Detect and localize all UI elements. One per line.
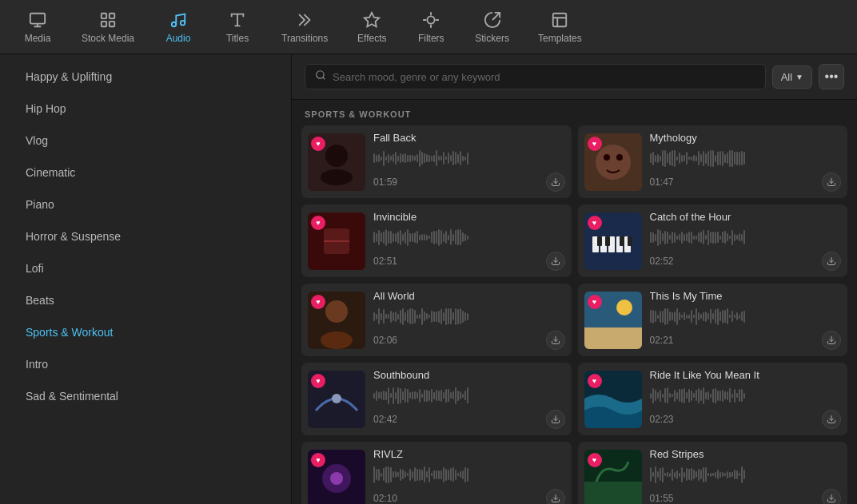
search-input[interactable] — [333, 71, 755, 83]
track-card-invincible[interactable]: ♥ Invincible 02:51 — [301, 204, 572, 277]
track-card-fall-back[interactable]: ♥ Fall Back 01:59 — [301, 125, 572, 198]
download-button[interactable] — [546, 173, 565, 192]
main-layout: Happy & Uplifting Hip Hop Vlog Cinematic… — [0, 54, 857, 504]
heart-badge: ♥ — [311, 453, 325, 467]
download-button[interactable] — [546, 489, 565, 504]
download-button[interactable] — [822, 489, 841, 504]
nav-media[interactable]: Media — [10, 4, 66, 50]
search-filter-dropdown[interactable]: All ▼ — [772, 65, 812, 89]
sidebar-item-piano[interactable]: Piano — [6, 189, 285, 220]
track-card-red-stripes[interactable]: ♥ Red Stripes 01:55 — [578, 442, 848, 504]
track-duration: 02:10 — [373, 493, 397, 504]
sidebar: Happy & Uplifting Hip Hop Vlog Cinematic… — [0, 54, 292, 504]
waveform — [650, 149, 842, 168]
stickers-icon — [483, 10, 502, 30]
track-info: Southbound 02:42 — [373, 369, 565, 429]
heart-badge: ♥ — [588, 374, 602, 388]
sidebar-item-lofi[interactable]: Lofi — [6, 252, 285, 284]
download-button[interactable] — [546, 252, 565, 271]
nav-templates[interactable]: Templates — [525, 4, 595, 50]
content-area: All ▼ ••• SPORTS & WORKOUT ♥ Fall Back 0… — [292, 54, 857, 504]
heart-badge: ♥ — [311, 374, 325, 388]
sidebar-item-cinematic[interactable]: Cinematic — [6, 157, 285, 189]
waveform — [373, 307, 565, 326]
nav-stock-media[interactable]: Stock Media — [69, 4, 147, 50]
track-thumbnail: ♥ — [308, 212, 365, 270]
download-button[interactable] — [822, 252, 841, 271]
track-duration: 02:23 — [650, 414, 674, 425]
sidebar-item-happy-uplifting[interactable]: Happy & Uplifting — [6, 61, 285, 93]
svg-point-50 — [330, 472, 343, 485]
download-button[interactable] — [822, 331, 841, 350]
track-title: Red Stripes — [650, 448, 842, 460]
track-title: Invincible — [373, 211, 565, 223]
sidebar-item-intro[interactable]: Intro — [6, 348, 285, 380]
track-duration: 02:21 — [650, 335, 674, 346]
track-duration: 01:59 — [373, 177, 397, 188]
track-card-rivlz[interactable]: ♥ RIVLZ 02:10 — [301, 442, 572, 504]
download-button[interactable] — [546, 410, 565, 429]
svg-rect-2 — [110, 13, 114, 18]
sidebar-item-horror-suspense[interactable]: Horror & Suspense — [6, 220, 285, 252]
track-title: RIVLZ — [373, 448, 565, 460]
track-card-southbound[interactable]: ♥ Southbound 02:42 — [301, 363, 572, 435]
sidebar-item-hip-hop[interactable]: Hip Hop — [6, 93, 285, 125]
search-bar: All ▼ ••• — [292, 54, 857, 100]
waveform — [373, 386, 565, 405]
track-info: Catch of the Hour 02:52 — [650, 211, 842, 271]
track-card-this-is-my-time[interactable]: ♥ This Is My Time 02:21 — [578, 284, 848, 356]
sidebar-item-sports-workout[interactable]: Sports & Workout — [6, 316, 285, 348]
track-thumbnail: ♥ — [584, 371, 642, 428]
track-title: Ride It Like You Mean It — [650, 369, 842, 381]
nav-effects[interactable]: Effects — [344, 4, 400, 50]
more-options-button[interactable]: ••• — [819, 64, 844, 89]
track-footer: 01:47 — [650, 173, 842, 192]
heart-badge: ♥ — [311, 295, 325, 309]
svg-rect-4 — [110, 21, 114, 26]
section-header: SPORTS & WORKOUT — [292, 100, 857, 125]
track-duration: 02:06 — [373, 335, 397, 346]
track-title: Mythology — [650, 132, 842, 144]
titles-icon — [228, 10, 247, 30]
track-card-mythology[interactable]: ♥ Mythology 01:47 — [578, 125, 848, 198]
waveform — [373, 228, 565, 247]
nav-audio[interactable]: Audio — [150, 4, 206, 50]
media-icon — [28, 10, 47, 30]
track-card-all-world[interactable]: ♥ All World 02:06 — [301, 284, 572, 356]
heart-badge: ♥ — [588, 453, 602, 467]
search-input-wrapper[interactable] — [305, 64, 766, 89]
track-footer: 02:52 — [650, 252, 842, 271]
track-info: Red Stripes 01:55 — [650, 448, 842, 504]
sidebar-item-sad-sentimental[interactable]: Sad & Sentimental — [6, 380, 285, 412]
track-title: This Is My Time — [650, 290, 842, 302]
nav-stickers[interactable]: Stickers — [462, 4, 522, 50]
sidebar-item-vlog[interactable]: Vlog — [6, 125, 285, 157]
svg-point-10 — [317, 71, 324, 78]
download-button[interactable] — [822, 410, 841, 429]
track-thumbnail: ♥ — [308, 450, 365, 505]
svg-point-12 — [325, 145, 348, 167]
nav-transitions[interactable]: Transitions — [269, 4, 341, 50]
download-button[interactable] — [546, 331, 565, 350]
download-button[interactable] — [822, 173, 841, 192]
track-info: All World 02:06 — [373, 290, 565, 350]
sidebar-item-beats[interactable]: Beats — [6, 284, 285, 316]
svg-rect-30 — [597, 236, 602, 246]
track-footer: 02:42 — [373, 410, 565, 429]
track-thumbnail: ♥ — [584, 212, 642, 270]
svg-rect-33 — [628, 236, 632, 246]
svg-rect-1 — [102, 13, 106, 18]
track-card-catch-of-the-hour[interactable]: ♥ Catch of the Hour 02:52 — [578, 204, 848, 277]
nav-titles[interactable]: Titles — [209, 4, 265, 50]
track-card-ride-it-like-you-mean-it[interactable]: ♥ Ride It Like You Mean It 02:23 — [578, 363, 848, 435]
track-footer: 01:59 — [373, 173, 565, 192]
svg-point-8 — [428, 16, 435, 23]
nav-filters[interactable]: Filters — [403, 4, 459, 50]
heart-badge: ♥ — [588, 216, 602, 230]
heart-badge: ♥ — [588, 295, 602, 309]
filters-icon — [421, 10, 440, 30]
track-info: This Is My Time 02:21 — [650, 290, 842, 350]
track-duration: 01:55 — [650, 493, 674, 504]
waveform — [650, 307, 842, 326]
waveform — [650, 228, 842, 247]
